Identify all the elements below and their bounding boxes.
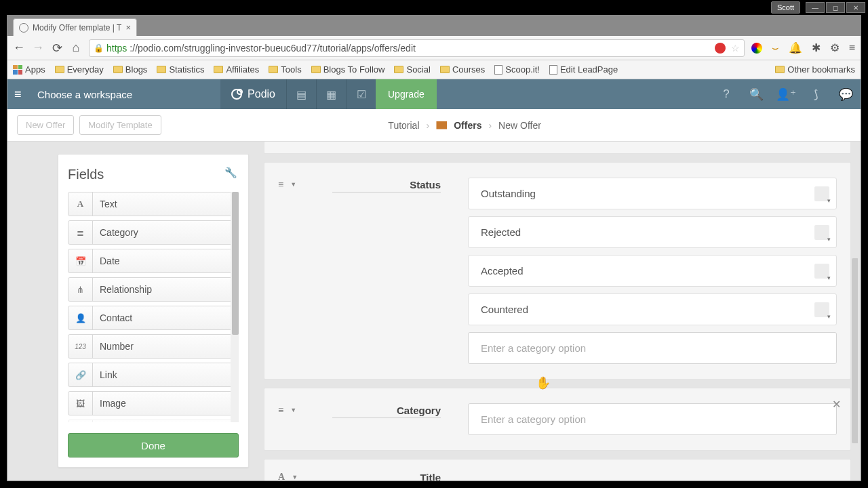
field-name-input[interactable] [332, 178, 441, 192]
folder-icon [55, 66, 64, 73]
bookmark-page[interactable]: Scoop.it! [494, 64, 540, 75]
apps-shortcut[interactable]: Apps [13, 64, 45, 75]
color-swatch[interactable] [814, 264, 829, 279]
color-swatch[interactable] [814, 186, 829, 201]
color-swatch[interactable] [814, 302, 829, 317]
extension-rainbow-icon[interactable] [751, 43, 762, 54]
bookmark-folder[interactable]: Affiliates [214, 64, 259, 75]
field-name-input[interactable] [332, 470, 441, 481]
window-close[interactable]: ✕ [846, 2, 865, 13]
chat-icon[interactable]: 💬 [831, 87, 861, 102]
menu-hamburger-icon[interactable]: ≡ [14, 87, 31, 102]
drag-handle-icon[interactable]: ≡ [278, 405, 283, 415]
text-type-icon[interactable]: A [278, 472, 285, 481]
bookmark-star-icon[interactable]: ☆ [731, 43, 740, 54]
bookmark-folder[interactable]: Statistics [157, 64, 204, 75]
new-category-option-input[interactable] [468, 403, 837, 435]
chrome-menu-icon[interactable]: ≡ [849, 42, 855, 54]
form-field-category[interactable]: ≡ ▼ ✕ [264, 388, 851, 451]
bookmark-folder[interactable]: Courses [440, 64, 485, 75]
crumb-tutorial[interactable]: Tutorial [388, 120, 419, 131]
category-option[interactable]: Rejected [468, 216, 837, 248]
chevron-down-icon[interactable]: ▼ [290, 181, 296, 188]
done-button[interactable]: Done [68, 433, 239, 458]
podio-logo-icon [231, 89, 242, 100]
browser-tabstrip: Modify Offer template | T × [7, 16, 861, 36]
field-type-date[interactable]: 📅 Date [68, 249, 239, 273]
other-bookmarks[interactable]: Other bookmarks [775, 64, 855, 75]
topbar-tasks-icon[interactable]: ☑ [346, 79, 376, 109]
new-category-option-input[interactable] [468, 332, 837, 364]
field-type-relationship[interactable]: ⋔ Relationship [68, 277, 239, 302]
bookmark-folder[interactable]: Social [394, 64, 430, 75]
url-protocol: https [106, 43, 127, 54]
form-field-title[interactable]: A ▼ [264, 459, 851, 481]
category-option[interactable]: Outstanding [468, 178, 837, 209]
field-type-image[interactable]: 🖼 Image [68, 391, 239, 415]
workspace-picker[interactable]: Choose a workspace [37, 89, 132, 100]
extension-amazon-icon[interactable]: ⌣ [772, 42, 779, 54]
wrench-icon[interactable]: 🔧 [224, 167, 237, 179]
bookmark-folder[interactable]: Everyday [55, 64, 104, 75]
delete-field-icon[interactable]: ✕ [832, 398, 841, 411]
scrollbar-thumb[interactable] [852, 258, 858, 443]
folder-icon [113, 66, 123, 73]
modify-template-button[interactable]: Modify Template [79, 115, 161, 135]
podio-logo[interactable]: Podio [220, 79, 286, 109]
contact-type-icon: 👤 [68, 306, 93, 329]
number-type-icon: 123 [68, 335, 93, 358]
text-type-icon: A [68, 192, 93, 216]
contacts-icon[interactable]: 👤⁺ [771, 87, 801, 102]
crumb-offers[interactable]: Offers [454, 120, 481, 131]
browser-tab[interactable]: Modify Offer template | T × [13, 18, 137, 36]
drag-handle-icon[interactable]: ≡ [278, 179, 283, 190]
tab-close-icon[interactable]: × [125, 22, 131, 33]
app-subheader: New Offer Modify Template Tutorial › Off… [7, 109, 861, 142]
field-type-number[interactable]: 123 Number [68, 334, 239, 359]
forward-button[interactable]: → [32, 41, 44, 55]
category-type-icon: ≣ [68, 221, 93, 244]
bookmark-folder[interactable]: Tools [269, 64, 301, 75]
page-icon [494, 65, 502, 75]
bookmark-folder[interactable]: Blogs [113, 64, 148, 75]
field-name-input[interactable] [332, 403, 441, 418]
chevron-down-icon[interactable]: ▼ [292, 474, 298, 481]
field-type-category[interactable]: ≣ Category [68, 220, 239, 245]
search-icon[interactable]: 🔍 [741, 87, 771, 102]
feed-icon[interactable]: ⟆ [801, 87, 831, 102]
fields-panel-title: Fields [68, 167, 239, 182]
field-type-link[interactable]: 🔗 Link [68, 363, 239, 387]
home-button[interactable]: ⌂ [70, 41, 82, 55]
upgrade-button[interactable]: Upgrade [376, 79, 437, 109]
form-field-offer-date[interactable]: ≡ [264, 142, 851, 154]
new-offer-button[interactable]: New Offer [17, 115, 74, 135]
relationship-type-icon: ⋔ [68, 278, 93, 301]
bookmark-folder[interactable]: Blogs To Follow [311, 64, 385, 75]
field-type-text[interactable]: A Text [68, 192, 239, 216]
field-type-money[interactable]: $ Money [68, 420, 239, 422]
category-option[interactable]: Countered [468, 293, 837, 325]
topbar-stream-icon[interactable]: ▤ [286, 79, 316, 109]
window-minimize[interactable]: — [806, 2, 825, 13]
link-type-icon: 🔗 [68, 363, 93, 386]
window-maximize[interactable]: ◻ [826, 2, 845, 13]
reload-button[interactable]: ⟳ [51, 41, 63, 56]
scrollbar-thumb[interactable] [232, 192, 239, 335]
form-field-status[interactable]: ≡ ▼ Outstanding Rejected Accepted Counte… [264, 162, 851, 380]
abp-icon[interactable] [715, 43, 726, 54]
color-swatch[interactable] [814, 225, 829, 240]
content-scrollbar[interactable] [850, 146, 858, 476]
address-bar[interactable]: 🔒 https://podio.com/struggling-investor-… [89, 39, 745, 57]
back-button[interactable]: ← [13, 41, 25, 55]
chevron-down-icon[interactable]: ▼ [290, 407, 296, 413]
topbar-calendar-icon[interactable]: ▦ [316, 79, 346, 109]
category-option[interactable]: Accepted [468, 255, 837, 287]
settings-gear-icon[interactable]: ⚙ [830, 41, 840, 54]
fields-scrollbar[interactable] [231, 192, 239, 422]
help-icon[interactable]: ? [711, 87, 741, 101]
notifications-icon[interactable]: 🔔 [789, 41, 802, 54]
field-type-contact[interactable]: 👤 Contact [68, 306, 239, 330]
extension-puzzle-icon[interactable]: ✱ [812, 41, 821, 54]
crumb-new-offer: New Offer [498, 120, 541, 131]
bookmark-page[interactable]: Edit LeadPage [549, 64, 618, 75]
